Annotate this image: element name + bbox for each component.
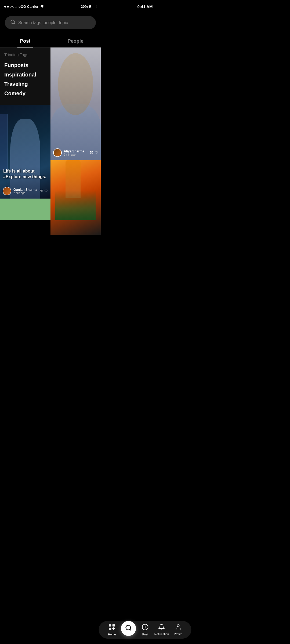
- signal-dot-2: [7, 6, 9, 8]
- pills-area: [55, 190, 96, 220]
- right-column: Aliya Sharma 2 min ago 56 ♡: [50, 47, 101, 235]
- post-2-time: 2 min ago: [64, 153, 84, 156]
- search-icon: [10, 19, 16, 26]
- signal-dots: [4, 6, 17, 8]
- search-bar[interactable]: Search tags, people, topic: [5, 16, 96, 29]
- tabs-container: Post People: [0, 35, 101, 47]
- battery-indicator: [89, 5, 96, 8]
- trending-label: Trinding Tags: [4, 52, 46, 57]
- tag-item-inspirational[interactable]: Inspirational: [4, 70, 46, 79]
- tag-item-funposts[interactable]: Funposts: [4, 61, 46, 70]
- signal-dot-1: [4, 6, 6, 8]
- trending-section: Trinding Tags Funposts Inspirational Tra…: [0, 47, 50, 105]
- post-1-time: 2 min ago: [13, 192, 37, 195]
- search-placeholder[interactable]: Search tags, people, topic: [18, 20, 90, 25]
- post-2-user-info: Aliya Sharma 2 min ago: [64, 149, 84, 156]
- avatar-img-1: [3, 187, 11, 195]
- post-1-likes[interactable]: 56 ♡: [39, 189, 48, 193]
- post-1-meta: Gunjan Sharma 2 min ago 56 ♡: [3, 187, 48, 195]
- window-frame: [0, 114, 8, 170]
- post-2-likes[interactable]: 56 ♡: [90, 151, 98, 155]
- post-2-user: Aliya Sharma 2 min ago: [53, 148, 84, 157]
- status-left: oOO Carrier: [4, 4, 44, 9]
- left-column: Trinding Tags Funposts Inspirational Tra…: [0, 47, 50, 235]
- battery-fill: [90, 5, 91, 8]
- battery-percent: 20%: [81, 5, 88, 9]
- tag-item-comedy[interactable]: Comedy: [4, 89, 46, 98]
- heart-icon-2: ♡: [95, 151, 98, 155]
- signal-dot-4: [12, 6, 14, 8]
- svg-line-1: [14, 23, 15, 24]
- signal-dot-5: [15, 6, 17, 8]
- post-card-1[interactable]: Life is all about #Explore new things. G…: [0, 105, 50, 199]
- post-1-caption: Life is all about #Explore new things.: [3, 169, 47, 180]
- heart-icon-1: ♡: [44, 189, 48, 193]
- carrier-label: oOO Carrier: [19, 5, 38, 9]
- avatar-img-2: [54, 149, 61, 156]
- post-1-username: Gunjan Sharma: [13, 188, 37, 192]
- search-container: Search tags, people, topic: [0, 12, 101, 35]
- tag-item-traveling[interactable]: Traveling: [4, 79, 46, 89]
- content-grid: Trinding Tags Funposts Inspirational Tra…: [0, 47, 101, 235]
- post-1-avatar: [3, 187, 11, 195]
- post-2-username: Aliya Sharma: [64, 149, 84, 153]
- signal-dot-3: [10, 6, 12, 8]
- status-bar: oOO Carrier 9:41 AM 20%: [0, 0, 101, 12]
- green-section: [0, 199, 50, 220]
- tab-people[interactable]: People: [50, 35, 101, 47]
- post-1-user-info: Gunjan Sharma 2 min ago: [13, 188, 37, 195]
- post-2-meta: Aliya Sharma 2 min ago 56 ♡: [53, 148, 98, 157]
- post-card-2-hair: [58, 53, 93, 115]
- tab-post[interactable]: Post: [0, 35, 50, 47]
- svg-point-0: [11, 20, 15, 24]
- post-card-2[interactable]: Aliya Sharma 2 min ago 56 ♡: [50, 47, 101, 160]
- post-2-avatar: [53, 148, 62, 157]
- post-1-user: Gunjan Sharma 2 min ago: [3, 187, 37, 195]
- battery-icon: [89, 5, 96, 8]
- post-card-3[interactable]: [50, 160, 101, 235]
- status-right: 20%: [81, 5, 96, 9]
- wifi-icon: [40, 4, 44, 9]
